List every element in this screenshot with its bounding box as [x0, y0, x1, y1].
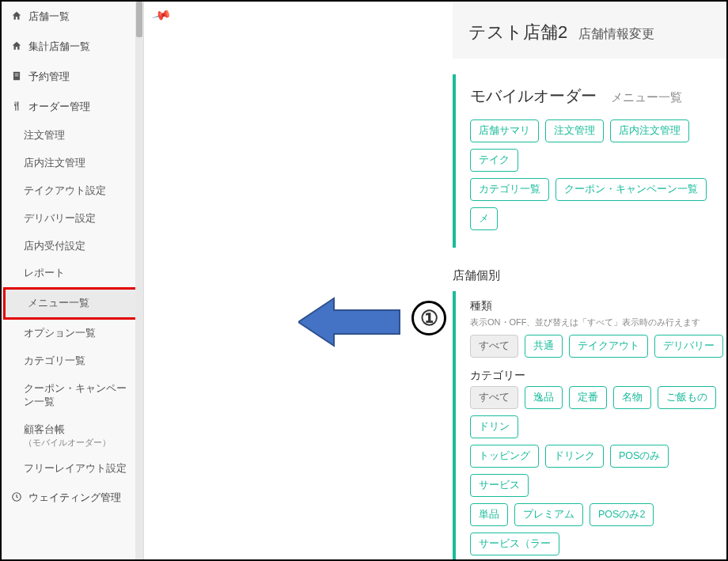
cat-chip[interactable]: プレミアム: [514, 503, 583, 526]
type-chip-all[interactable]: すべて: [470, 335, 518, 358]
cat-chip[interactable]: ドリン: [470, 415, 518, 438]
home-icon: [11, 10, 24, 24]
cutlery-icon: [11, 100, 24, 114]
nav-chip-summary[interactable]: 店舗サマリ: [470, 119, 539, 142]
type-chip-delivery[interactable]: デリバリー: [654, 335, 723, 358]
type-heading: 種類: [470, 299, 726, 313]
nav-chip-order[interactable]: 注文管理: [545, 119, 604, 142]
sidebar-scrollbar[interactable]: [135, 2, 143, 559]
cat-chip[interactable]: サービス: [470, 474, 529, 497]
sidebar-sub-instore-accept[interactable]: 店内受付設定: [2, 233, 143, 260]
sidebar-item-waiting[interactable]: ウェイティング管理: [2, 483, 143, 513]
cat-chip[interactable]: すべて: [470, 386, 518, 409]
cat-chip[interactable]: 名物: [613, 386, 651, 409]
cat-chip[interactable]: 定番: [569, 386, 607, 409]
sidebar-sub-category-list[interactable]: カテゴリ一覧: [2, 347, 143, 375]
cat-chip[interactable]: トッピング: [470, 445, 539, 468]
sidebar-item-label: 店舗一覧: [28, 9, 70, 24]
nav-chip-instore[interactable]: 店内注文管理: [610, 119, 689, 142]
sidebar-sub-customer-book[interactable]: 顧客台帳 （モバイルオーダー）: [2, 416, 143, 456]
mobile-order-card: モバイルオーダー メニュー一覧 店舗サマリ 注文管理 店内注文管理 テイク カテ…: [453, 74, 726, 248]
sidebar-item-order-management[interactable]: オーダー管理: [2, 92, 143, 122]
sidebar-sub-coupon-list[interactable]: クーポン・キャンペーン一覧: [2, 375, 143, 416]
store-section-label: 店舗個別: [453, 268, 726, 283]
sidebar-item-stores[interactable]: 店舗一覧: [2, 2, 143, 32]
svg-marker-4: [298, 298, 400, 346]
sidebar-item-reservations[interactable]: 予約管理: [2, 62, 143, 92]
svg-rect-2: [15, 75, 19, 76]
nav-chip-coupon[interactable]: クーポン・キャンペーン一覧: [555, 178, 707, 201]
type-chip-common[interactable]: 共通: [525, 335, 563, 358]
sidebar-scrollbar-thumb[interactable]: [136, 2, 142, 37]
sidebar-sub-instore-order[interactable]: 店内注文管理: [2, 150, 143, 177]
sidebar-item-label: 予約管理: [28, 70, 70, 84]
category-heading: カテゴリー: [470, 369, 726, 383]
annotation-arrow-icon: [298, 294, 401, 350]
annotation-number: ①: [411, 301, 446, 335]
card-title: モバイルオーダー: [470, 85, 597, 107]
sidebar-sub-takeout[interactable]: テイクアウト設定: [2, 177, 143, 205]
sidebar-item-label: ウェイティング管理: [28, 491, 121, 505]
nav-chip-more[interactable]: メ: [470, 207, 498, 230]
cat-chip[interactable]: POSのみ: [610, 445, 669, 468]
sidebar-item-label: 集計店舗一覧: [28, 40, 90, 54]
cat-chip[interactable]: サービス（ラー: [470, 533, 559, 555]
sidebar-sub-option-list[interactable]: オプション一覧: [2, 320, 143, 347]
sidebar-sub-free-layout[interactable]: フリーレイアウト設定: [2, 455, 143, 483]
cat-chip[interactable]: ご飯もの: [658, 386, 716, 409]
nav-chip-category[interactable]: カテゴリ一覧: [470, 178, 549, 201]
sidebar-sub-order[interactable]: 注文管理: [2, 122, 143, 150]
home-icon: [11, 40, 24, 54]
svg-rect-1: [15, 74, 19, 74]
sidebar-sub-report[interactable]: レポート: [2, 260, 143, 287]
type-note: 表示ON・OFF、並び替えは「すべて」表示時のみ行えます: [470, 317, 726, 328]
card-subtitle: メニュー一覧: [611, 90, 682, 105]
main-content: テスト店舗2 店舗情報変更 モバイルオーダー メニュー一覧 店舗サマリ 注文管理…: [144, 2, 726, 559]
sidebar-sub-delivery[interactable]: デリバリー設定: [2, 205, 143, 233]
cat-chip[interactable]: 逸品: [525, 386, 563, 409]
sidebar-item-label: オーダー管理: [28, 100, 90, 114]
page-title: テスト店舗2: [468, 21, 567, 44]
cat-chip[interactable]: POSのみ2: [590, 503, 654, 526]
sidebar-sub-menu-list[interactable]: メニュー一覧: [3, 287, 142, 320]
type-chip-takeout[interactable]: テイクアウト: [569, 335, 648, 358]
nav-chip-takeout[interactable]: テイク: [470, 149, 518, 172]
document-icon: [11, 70, 24, 84]
page-header: テスト店舗2 店舗情報変更: [453, 2, 726, 59]
sidebar: 店舗一覧 集計店舗一覧 予約管理 オーダー管理 注文管理: [2, 2, 144, 559]
page-subtitle: 店舗情報変更: [578, 26, 654, 43]
sidebar-item-aggregate-stores[interactable]: 集計店舗一覧: [2, 32, 143, 62]
clock-icon: [11, 491, 24, 505]
filter-block: 種類 表示ON・OFF、並び替えは「すべて」表示時のみ行えます すべて 共通 テ…: [453, 291, 726, 559]
cat-chip[interactable]: ドリンク: [545, 445, 604, 468]
cat-chip[interactable]: 単品: [470, 503, 508, 526]
